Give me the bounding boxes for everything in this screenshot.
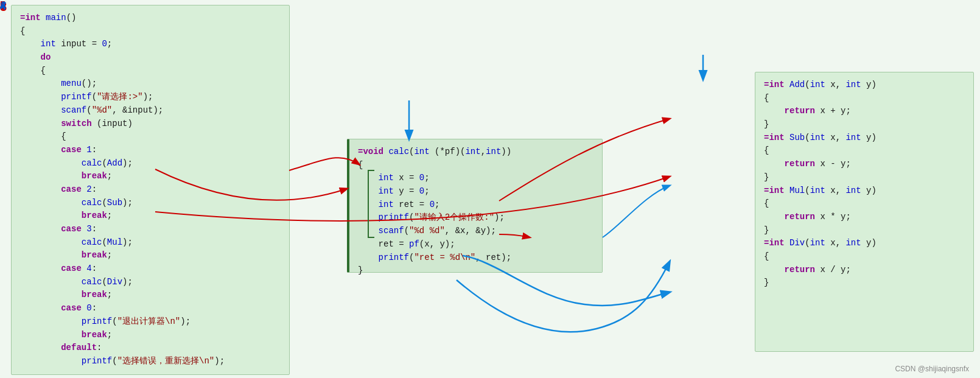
code-line: break;: [20, 209, 281, 223]
code-line: scanf("%d", &input);: [20, 104, 281, 117]
code-line: int input = 0;: [20, 38, 281, 51]
code-line: printf("选择错误，重新选择\n");: [20, 355, 281, 368]
code-line: }: [764, 171, 965, 184]
code-line: break;: [20, 249, 281, 262]
annotation-8: 8: [0, 0, 7, 14]
code-line: printf("请选择:>");: [20, 91, 281, 104]
code-line: {: [764, 144, 965, 158]
annotation-x-div: x̃: [0, 0, 5, 12]
code-line: =int Sub(int x, int y): [764, 131, 965, 145]
code-line: return x - y;: [764, 158, 965, 171]
code-line: }: [764, 224, 965, 237]
annotation-5-right: 5: [0, 0, 5, 11]
code-line: =int Div(int x, int y): [764, 237, 965, 250]
code-line: {: [358, 159, 593, 172]
code-line: int ret = 0;: [358, 198, 593, 212]
code-line: calc(Sub);: [20, 197, 281, 210]
code-line: ret = pf(x, y);: [358, 238, 593, 251]
main-code-panel: =int main() { int input = 0; do { menu()…: [11, 5, 290, 375]
code-line: scanf("%d %d", &x, &y);: [358, 225, 593, 238]
code-line: {: [764, 250, 965, 264]
code-line: printf("退出计算器\n");: [20, 315, 281, 329]
code-line: switch (input): [20, 117, 281, 131]
calc-code-panel: =void calc(int (*pf)(int,int)) { int x =…: [347, 139, 603, 273]
code-line: calc(Div);: [20, 276, 281, 289]
code-line: {: [20, 65, 281, 78]
watermark: CSDN @shijiaqingsnfx: [895, 365, 969, 373]
code-line: break;: [20, 289, 281, 302]
code-line: menu();: [20, 77, 281, 91]
code-line: default:: [20, 341, 281, 355]
annotation-8-right: 8: [0, 0, 6, 13]
code-line: calc(Add);: [20, 157, 281, 170]
code-line: }: [358, 264, 593, 278]
code-line: }: [764, 118, 965, 131]
annotation-2: 2: [0, 0, 5, 12]
code-line: return x * y;: [764, 211, 965, 224]
code-line: do: [20, 51, 281, 65]
code-line: int x = 0;: [358, 172, 593, 185]
code-line: {: [764, 197, 965, 211]
code-line: int y = 0;: [358, 185, 593, 198]
annotation-checkmark: ✓: [0, 0, 7, 10]
code-line: {: [20, 25, 281, 38]
code-line: =int Add(int x, int y): [764, 79, 965, 92]
code-line: printf("请输入2个操作数:");: [358, 211, 593, 225]
code-line: =int Mul(int x, int y): [764, 184, 965, 198]
code-line: return x / y;: [764, 264, 965, 277]
code-line: case 4:: [20, 262, 281, 276]
functions-code-panel: =int Add(int x, int y) { return x + y; }…: [755, 72, 974, 352]
code-line: case 1:: [20, 144, 281, 157]
code-line: case 0:: [20, 302, 281, 315]
code-line: printf("ret = %d\n", ret);: [358, 251, 593, 265]
annotation-5: 5: [0, 0, 5, 12]
code-line: return x + y;: [764, 105, 965, 118]
annotation-4: 4: [0, 0, 6, 13]
code-line: {: [20, 130, 281, 144]
code-line: calc(Mul);: [20, 236, 281, 250]
code-line: =void calc(int (*pf)(int,int)): [358, 145, 593, 159]
code-line: case 3:: [20, 223, 281, 236]
code-line: =int main(): [20, 12, 281, 25]
code-line: case 2:: [20, 183, 281, 197]
code-line: {: [764, 92, 965, 105]
code-line: }: [764, 276, 965, 290]
code-line: break;: [20, 329, 281, 342]
code-line: break;: [20, 170, 281, 183]
